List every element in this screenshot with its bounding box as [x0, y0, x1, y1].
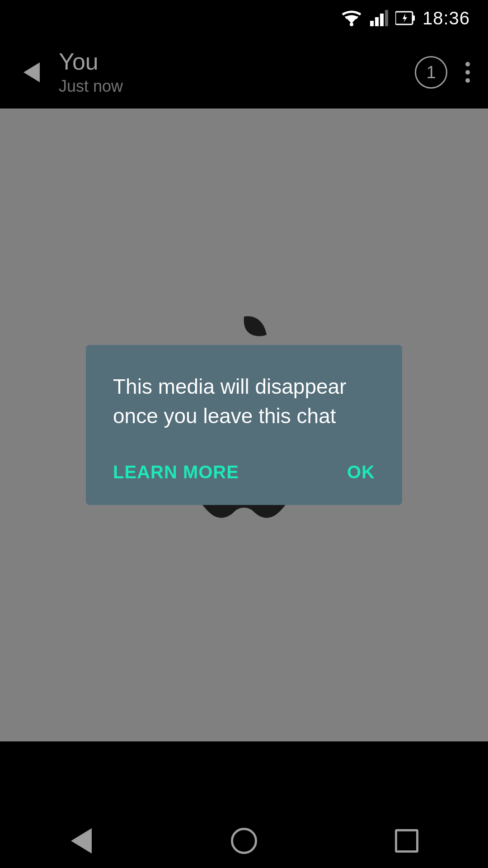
chat-name: You [59, 49, 406, 75]
svg-rect-4 [375, 17, 379, 26]
wifi-icon [340, 10, 363, 26]
dialog: This media will disappear once you leave… [86, 345, 402, 505]
status-icons: 18:36 [340, 8, 470, 28]
svg-rect-3 [370, 21, 374, 26]
learn-more-button[interactable]: LEARN MORE [113, 458, 239, 487]
ok-button[interactable]: OK [347, 458, 375, 487]
nav-home-icon [231, 828, 257, 854]
dot-icon [465, 78, 470, 83]
nav-recents-icon [395, 829, 418, 853]
battery-icon [395, 10, 415, 26]
svg-point-2 [350, 23, 353, 26]
nav-recents-button[interactable] [384, 818, 429, 863]
nav-back-button[interactable] [59, 818, 104, 863]
dialog-buttons: LEARN MORE OK [113, 458, 375, 487]
header: You Just now 1 [0, 36, 488, 108]
nav-home-button[interactable] [221, 818, 267, 863]
header-info: You Just now [59, 49, 406, 95]
dot-icon [465, 70, 470, 75]
dot-icon [465, 62, 470, 66]
dialog-message: This media will disappear once you leave… [113, 372, 375, 430]
nav-bar [0, 814, 488, 868]
nav-back-icon [71, 828, 92, 854]
header-actions: 1 [415, 56, 474, 89]
svg-rect-5 [380, 14, 384, 26]
chat-subtitle: Just now [59, 77, 406, 96]
back-arrow-icon [23, 62, 40, 82]
signal-icon [370, 10, 388, 26]
svg-rect-6 [385, 10, 388, 26]
badge-count[interactable]: 1 [415, 56, 447, 89]
svg-marker-9 [403, 14, 407, 23]
more-options-button[interactable] [461, 57, 474, 87]
svg-rect-8 [413, 15, 415, 21]
status-time: 18:36 [422, 8, 470, 28]
media-content-area: SMARTHINFU This media will disappear onc… [0, 108, 488, 741]
dialog-overlay: This media will disappear once you leave… [0, 108, 488, 741]
status-bar: 18:36 [0, 0, 488, 36]
back-button[interactable] [14, 54, 50, 90]
